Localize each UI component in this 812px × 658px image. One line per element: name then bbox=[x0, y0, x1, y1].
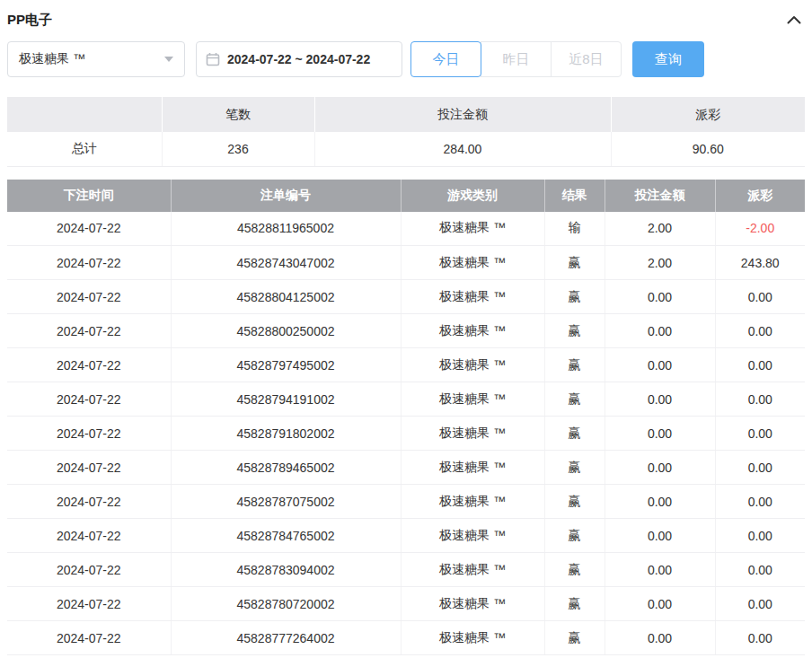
order-id-cell: 45828791802002 bbox=[171, 417, 401, 451]
order-id-cell: 45828783094002 bbox=[171, 553, 401, 587]
result-cell: 赢 bbox=[544, 519, 605, 553]
game-type-cell: 极速糖果 ™ bbox=[401, 485, 544, 519]
date-range-input[interactable]: 2024-07-22 ~ 2024-07-22 bbox=[196, 41, 402, 77]
payout-cell: 0.00 bbox=[715, 553, 805, 587]
bet-table-header-row: 下注时间 注单编号 游戏类别 结果 投注金额 派彩 bbox=[7, 180, 805, 212]
order-id-cell: 45828797495002 bbox=[171, 348, 401, 382]
bet-table: 下注时间 注单编号 游戏类别 结果 投注金额 派彩 2024-07-22 458… bbox=[7, 180, 805, 656]
bet-date-cell: 2024-07-22 bbox=[7, 417, 171, 451]
table-row: 2024-07-22 45828780720002 极速糖果 ™ 赢 0.00 … bbox=[7, 587, 805, 621]
bet-amount-cell: 0.00 bbox=[605, 451, 715, 485]
bet-amount-cell: 0.00 bbox=[605, 621, 715, 655]
bet-amount-cell: 2.00 bbox=[605, 246, 715, 280]
bet-amount-cell: 0.00 bbox=[605, 348, 715, 382]
bet-amount-cell: 2.00 bbox=[605, 212, 715, 246]
col-header-order-id: 注单编号 bbox=[171, 180, 401, 212]
table-row: 2024-07-22 45828789465002 极速糖果 ™ 赢 0.00 … bbox=[7, 451, 805, 485]
summary-bet-amount-value: 284.00 bbox=[314, 132, 611, 166]
summary-header-empty bbox=[7, 97, 162, 132]
order-id-cell: 45828804125002 bbox=[171, 280, 401, 314]
last-8-days-button[interactable]: 近8日 bbox=[551, 41, 622, 77]
game-type-cell: 极速糖果 ™ bbox=[401, 382, 544, 417]
bet-date-cell: 2024-07-22 bbox=[7, 314, 171, 348]
table-row: 2024-07-22 45828743047002 极速糖果 ™ 赢 2.00 … bbox=[7, 246, 805, 280]
game-type-cell: 极速糖果 ™ bbox=[401, 348, 544, 382]
result-cell: 赢 bbox=[544, 451, 605, 485]
quick-date-group: 今日 昨日 近8日 bbox=[410, 41, 622, 77]
order-id-cell: 45828780720002 bbox=[171, 587, 401, 621]
payout-cell: -2.00 bbox=[715, 212, 805, 246]
order-id-cell: 45828787075002 bbox=[171, 485, 401, 519]
result-cell: 赢 bbox=[544, 348, 605, 382]
payout-cell: 0.00 bbox=[715, 314, 805, 348]
payout-cell: 0.00 bbox=[715, 348, 805, 382]
bet-date-cell: 2024-07-22 bbox=[7, 451, 171, 485]
pp-electronic-panel: PP电子 极速糖果 ™ 2024-07-22 ~ 2024-07-22 今日 昨… bbox=[0, 0, 812, 655]
table-row: 2024-07-22 45828794191002 极速糖果 ™ 赢 0.00 … bbox=[7, 382, 805, 417]
game-type-cell: 极速糖果 ™ bbox=[401, 280, 544, 314]
result-cell: 赢 bbox=[544, 382, 605, 417]
result-cell: 赢 bbox=[544, 314, 605, 348]
result-cell: 赢 bbox=[544, 621, 605, 655]
payout-cell: 0.00 bbox=[715, 382, 805, 417]
game-type-cell: 极速糖果 ™ bbox=[401, 314, 544, 348]
bet-amount-cell: 0.00 bbox=[605, 417, 715, 451]
table-row: 2024-07-22 45828797495002 极速糖果 ™ 赢 0.00 … bbox=[7, 348, 805, 382]
game-type-cell: 极速糖果 ™ bbox=[401, 553, 544, 587]
col-header-result: 结果 bbox=[544, 180, 605, 212]
table-row: 2024-07-22 45828777264002 极速糖果 ™ 赢 0.00 … bbox=[7, 621, 805, 655]
summary-header-payout: 派彩 bbox=[611, 97, 805, 132]
game-type-cell: 极速糖果 ™ bbox=[401, 417, 544, 451]
chevron-up-icon[interactable] bbox=[783, 12, 805, 28]
payout-cell: 0.00 bbox=[715, 280, 805, 314]
table-row: 2024-07-22 45828784765002 极速糖果 ™ 赢 0.00 … bbox=[7, 519, 805, 553]
payout-cell: 0.00 bbox=[715, 451, 805, 485]
order-id-cell: 45828777264002 bbox=[171, 621, 401, 655]
game-type-cell: 极速糖果 ™ bbox=[401, 587, 544, 621]
game-type-cell: 极速糖果 ™ bbox=[401, 451, 544, 485]
bet-date-cell: 2024-07-22 bbox=[7, 621, 171, 655]
game-select[interactable]: 极速糖果 ™ bbox=[7, 41, 185, 77]
bet-amount-cell: 0.00 bbox=[605, 280, 715, 314]
bet-amount-cell: 0.00 bbox=[605, 519, 715, 553]
yesterday-button[interactable]: 昨日 bbox=[481, 41, 552, 77]
summary-header-count: 笔数 bbox=[162, 97, 314, 132]
bet-date-cell: 2024-07-22 bbox=[7, 246, 171, 280]
game-type-cell: 极速糖果 ™ bbox=[401, 212, 544, 246]
summary-header-row: 笔数 投注金额 派彩 bbox=[7, 97, 805, 132]
table-row: 2024-07-22 45828800250002 极速糖果 ™ 赢 0.00 … bbox=[7, 314, 805, 348]
page-title: PP电子 bbox=[7, 12, 52, 29]
order-id-cell: 45828811965002 bbox=[171, 212, 401, 246]
col-header-game-type: 游戏类别 bbox=[401, 180, 544, 212]
payout-cell: 0.00 bbox=[715, 587, 805, 621]
col-header-bet-amount: 投注金额 bbox=[605, 180, 715, 212]
panel-header: PP电子 bbox=[7, 0, 805, 36]
order-id-cell: 45828784765002 bbox=[171, 519, 401, 553]
table-row: 2024-07-22 45828811965002 极速糖果 ™ 输 2.00 … bbox=[7, 212, 805, 246]
bet-date-cell: 2024-07-22 bbox=[7, 212, 171, 246]
summary-header-bet-amount: 投注金额 bbox=[314, 97, 611, 132]
col-header-payout: 派彩 bbox=[715, 180, 805, 212]
bet-amount-cell: 0.00 bbox=[605, 485, 715, 519]
game-type-cell: 极速糖果 ™ bbox=[401, 621, 544, 655]
today-button[interactable]: 今日 bbox=[410, 41, 481, 77]
table-row: 2024-07-22 45828787075002 极速糖果 ™ 赢 0.00 … bbox=[7, 485, 805, 519]
date-range-value: 2024-07-22 ~ 2024-07-22 bbox=[227, 52, 370, 66]
order-id-cell: 45828800250002 bbox=[171, 314, 401, 348]
bet-amount-cell: 0.00 bbox=[605, 587, 715, 621]
order-id-cell: 45828789465002 bbox=[171, 451, 401, 485]
result-cell: 赢 bbox=[544, 587, 605, 621]
bet-date-cell: 2024-07-22 bbox=[7, 348, 171, 382]
calendar-icon bbox=[206, 52, 220, 66]
search-button[interactable]: 查询 bbox=[632, 41, 704, 77]
summary-total-label: 总计 bbox=[7, 132, 162, 166]
bet-amount-cell: 0.00 bbox=[605, 553, 715, 587]
order-id-cell: 45828743047002 bbox=[171, 246, 401, 280]
game-type-cell: 极速糖果 ™ bbox=[401, 246, 544, 280]
bet-date-cell: 2024-07-22 bbox=[7, 587, 171, 621]
table-row: 2024-07-22 45828783094002 极速糖果 ™ 赢 0.00 … bbox=[7, 553, 805, 587]
game-select-value: 极速糖果 ™ bbox=[19, 51, 85, 67]
bet-amount-cell: 0.00 bbox=[605, 382, 715, 417]
bet-date-cell: 2024-07-22 bbox=[7, 485, 171, 519]
bet-date-cell: 2024-07-22 bbox=[7, 553, 171, 587]
